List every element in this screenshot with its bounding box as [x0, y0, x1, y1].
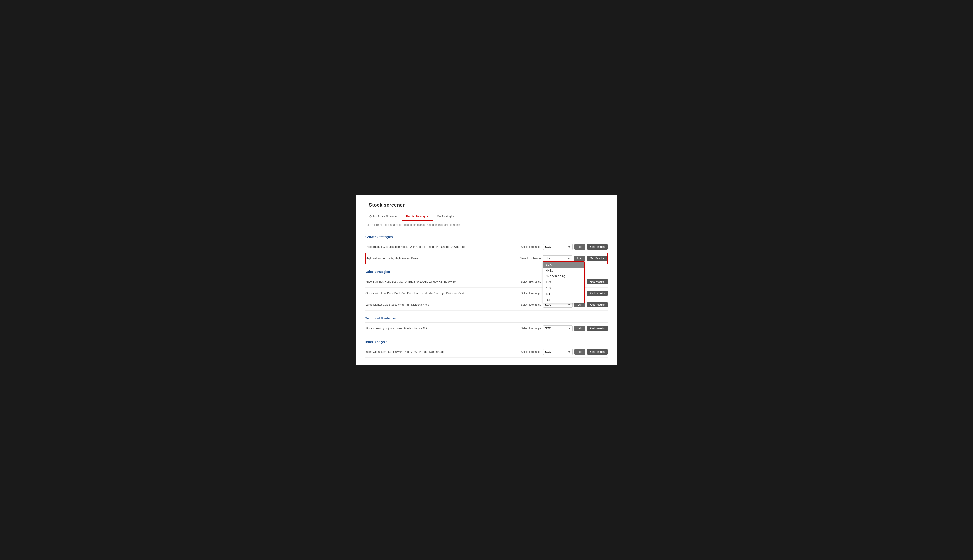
- dropdown-option-hkex[interactable]: HKEx: [543, 268, 584, 273]
- row-controls-ia1: Select Exchange SGX HKEx NYSE/NASDAQ TSX…: [521, 349, 608, 355]
- strategy-name-vs2: Stocks With Low Price Book And Price Ear…: [365, 292, 521, 295]
- tab-ready-strategies[interactable]: Ready Strategies: [402, 212, 433, 221]
- modal-container: ‹ Stock screener Quick Stock Screener Re…: [356, 195, 617, 365]
- dropdown-option-tse[interactable]: TSE: [543, 291, 584, 297]
- subtitle: Take a look at these strategies created …: [365, 223, 608, 228]
- row-controls-ts1: Select Exchange SGX HKEx NYSE/NASDAQ TSX…: [521, 325, 608, 331]
- edit-button-gs2[interactable]: Edit: [574, 256, 585, 261]
- get-results-button-ia1[interactable]: Get Results: [587, 349, 608, 355]
- back-button[interactable]: ‹: [365, 203, 366, 207]
- edit-button-ia1[interactable]: Edit: [574, 349, 585, 355]
- edit-button-ts1[interactable]: Edit: [574, 326, 585, 331]
- dropdown-option-sgx[interactable]: SGX: [543, 262, 584, 268]
- get-results-button-vs2[interactable]: Get Results: [587, 290, 608, 296]
- strategy-name-vs1: Price Earnings Ratio Less than or Equal …: [365, 280, 521, 283]
- select-exchange-label-vs2: Select Exchange: [521, 292, 541, 295]
- exchange-select-ts1[interactable]: SGX HKEx NYSE/NASDAQ TSX ASX TSE LSE: [543, 325, 573, 331]
- edit-button-gs1[interactable]: Edit: [574, 244, 585, 250]
- get-results-button-ts1[interactable]: Get Results: [587, 326, 608, 331]
- tabs-row: Quick Stock Screener Ready Strategies My…: [365, 212, 608, 221]
- strategy-name-vs3: Large Market Cap Stocks With High Divide…: [365, 303, 521, 307]
- sections-wrap: Growth Strategies Large market Capitalis…: [365, 233, 608, 358]
- page-title: Stock screener: [369, 202, 405, 208]
- exchange-select-gs1[interactable]: SGX HKEx NYSE/NASDAQ TSX ASX TSE LSE: [543, 244, 573, 250]
- get-results-button-vs1[interactable]: Get Results: [587, 279, 608, 284]
- section-index-analysis: Index Analysis: [365, 338, 608, 346]
- strategy-row-ia1: Index Constituent Stocks with 14-day RSI…: [365, 346, 608, 358]
- tab-my-strategies[interactable]: My Strategies: [433, 212, 459, 221]
- strategy-name-gs1: Large market Capitalisation Stocks With …: [365, 245, 521, 248]
- page-header: ‹ Stock screener: [365, 202, 608, 208]
- select-exchange-label-gs1: Select Exchange: [521, 245, 541, 248]
- strategy-name-gs2: High Return on Equity, High Project Grow…: [366, 257, 520, 260]
- row-controls-gs2: Select Exchange SGX HKEx NYSE/NASDAQ TSX…: [520, 255, 607, 261]
- select-exchange-label-ia1: Select Exchange: [521, 350, 541, 353]
- select-exchange-label-gs2: Select Exchange: [520, 257, 541, 260]
- get-results-button-vs3[interactable]: Get Results: [587, 302, 608, 307]
- strategy-name-ia1: Index Constituent Stocks with 14-day RSI…: [365, 350, 521, 353]
- strategy-row-gs1: Large market Capitalisation Stocks With …: [365, 241, 608, 253]
- red-divider: [365, 228, 608, 228]
- select-exchange-label-vs1: Select Exchange: [521, 280, 541, 283]
- dropdown-option-tsx[interactable]: TSX: [543, 280, 584, 285]
- dropdown-option-nyse-nasdaq[interactable]: NYSE/NASDAQ: [543, 273, 584, 280]
- strategy-row-ts1: Stocks nearing or just crossed 60-day Si…: [365, 323, 608, 334]
- strategy-row-gs2: High Return on Equity, High Project Grow…: [365, 253, 608, 264]
- get-results-button-gs1[interactable]: Get Results: [587, 244, 608, 250]
- select-exchange-label-vs3: Select Exchange: [521, 303, 541, 307]
- section-growth-strategies: Growth Strategies: [365, 233, 608, 241]
- dropdown-option-asx[interactable]: ASX: [543, 285, 584, 291]
- exchange-select-gs2[interactable]: SGX HKEx NYSE/NASDAQ TSX ASX TSE LSE: [543, 255, 572, 261]
- exchange-dropdown-overlay: SGX HKEx NYSE/NASDAQ TSX ASX TSE LSE: [543, 261, 585, 303]
- row-controls-gs1: Select Exchange SGX HKEx NYSE/NASDAQ TSX…: [521, 244, 608, 250]
- get-results-button-gs2[interactable]: Get Results: [587, 256, 607, 261]
- select-exchange-label-ts1: Select Exchange: [521, 327, 541, 330]
- strategy-name-ts1: Stocks nearing or just crossed 60-day Si…: [365, 327, 521, 330]
- section-technical-strategies: Technical Strategies: [365, 314, 608, 323]
- tab-quick-stock-screener[interactable]: Quick Stock Screener: [365, 212, 402, 221]
- dropdown-option-lse[interactable]: LSE: [543, 297, 584, 303]
- exchange-select-ia1[interactable]: SGX HKEx NYSE/NASDAQ TSX ASX TSE LSE: [543, 349, 573, 355]
